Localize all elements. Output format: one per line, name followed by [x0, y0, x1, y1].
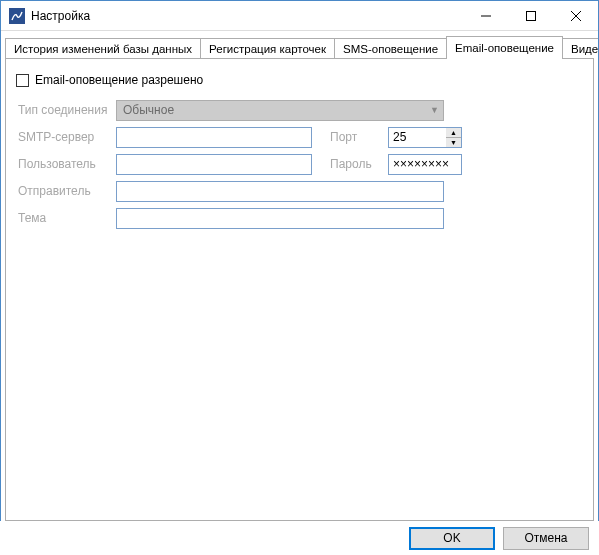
- user-label: Пользователь: [16, 157, 116, 171]
- password-input[interactable]: [388, 154, 462, 175]
- connection-type-value: Обычное: [123, 103, 174, 117]
- tab-video[interactable]: Видео: [562, 38, 599, 59]
- enable-email-checkbox[interactable]: [16, 74, 29, 87]
- tab-strip: История изменений базы данных Регистраци…: [5, 35, 594, 59]
- subject-label: Тема: [16, 211, 116, 225]
- window-title: Настройка: [31, 9, 463, 23]
- dialog-button-bar: OK Отмена: [0, 521, 599, 555]
- maximize-button[interactable]: [508, 1, 553, 31]
- minimize-button[interactable]: [463, 1, 508, 31]
- ok-button[interactable]: OK: [409, 527, 495, 550]
- port-spin-down-button[interactable]: ▼: [446, 138, 461, 147]
- tab-email-notification[interactable]: Email-оповещение: [446, 36, 563, 59]
- close-button[interactable]: [553, 1, 598, 31]
- connection-type-label: Тип соединения: [16, 103, 116, 117]
- port-label: Порт: [330, 130, 388, 144]
- sender-label: Отправитель: [16, 184, 116, 198]
- enable-email-label: Email-оповещение разрешено: [35, 73, 203, 87]
- smtp-server-label: SMTP-сервер: [16, 130, 116, 144]
- connection-type-select[interactable]: Обычное ▼: [116, 100, 444, 121]
- port-spin-up-button[interactable]: ▲: [446, 128, 461, 138]
- app-icon: [9, 8, 25, 24]
- subject-input[interactable]: [116, 208, 444, 229]
- chevron-down-icon: ▼: [430, 105, 439, 115]
- smtp-server-input[interactable]: [116, 127, 312, 148]
- svg-rect-1: [526, 11, 535, 20]
- port-input[interactable]: [388, 127, 446, 148]
- user-input[interactable]: [116, 154, 312, 175]
- tab-history[interactable]: История изменений базы данных: [5, 38, 201, 59]
- email-panel: Email-оповещение разрешено Тип соединени…: [5, 59, 594, 521]
- titlebar: Настройка: [1, 1, 598, 31]
- tab-card-registration[interactable]: Регистрация карточек: [200, 38, 335, 59]
- password-label: Пароль: [330, 157, 388, 171]
- sender-input[interactable]: [116, 181, 444, 202]
- cancel-button[interactable]: Отмена: [503, 527, 589, 550]
- port-spinner: ▲ ▼: [388, 127, 462, 148]
- tab-sms-notification[interactable]: SMS-оповещение: [334, 38, 447, 59]
- enable-email-row: Email-оповещение разрешено: [16, 73, 583, 87]
